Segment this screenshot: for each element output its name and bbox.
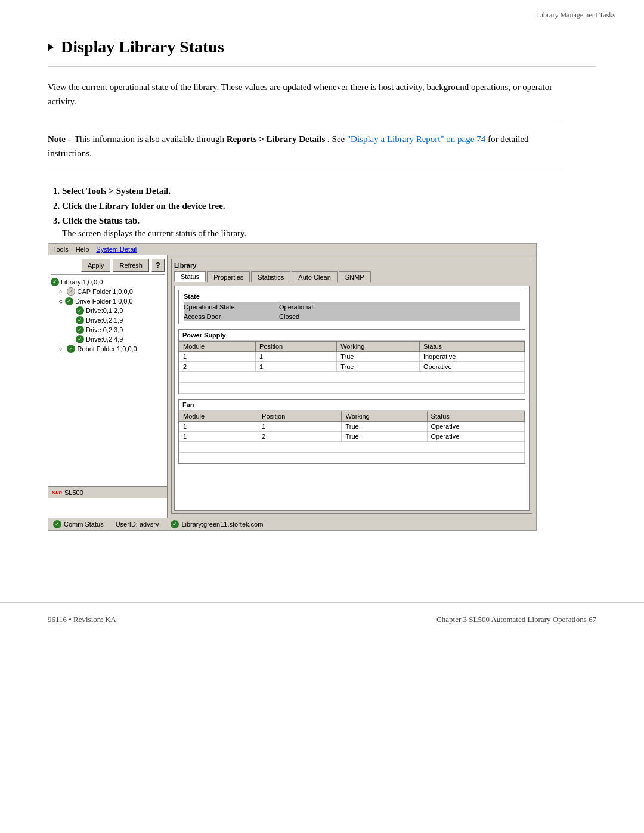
note-link[interactable]: "Display a Library Report" on page 74 [347, 134, 485, 144]
help-button[interactable]: ? [151, 259, 165, 272]
check-icon: ✓ [51, 278, 59, 286]
fan-status-1: Operative [427, 422, 524, 432]
library-status-label: Library:green11.stortek.com [181, 521, 263, 528]
fan-status-2: Operative [427, 432, 524, 442]
tab-statistics[interactable]: Statistics [251, 271, 290, 282]
comm-status-label: Comm Status [64, 521, 104, 528]
footer-left: 96116 • Revision: KA [48, 615, 116, 624]
ps-status-1: Inoperative [419, 352, 524, 362]
tree-label: Library:1,0,0,0 [61, 278, 103, 286]
table-row-empty [179, 442, 525, 453]
tree-item-drive-0239[interactable]: ✓ Drive:0,2,3,9 [51, 325, 165, 335]
statusbar: ✓ Comm Status UserID: advsrv ✓ Library:g… [48, 518, 536, 530]
expand-icon[interactable]: ○– [59, 289, 65, 295]
menu-tools[interactable]: Tools [53, 246, 69, 253]
power-supply-section: Power Supply Module Position Working Sta… [178, 329, 525, 394]
fan-position-1: 1 [258, 422, 342, 432]
ps-module-2: 2 [179, 362, 256, 372]
note-suffix: . See [327, 134, 347, 144]
check-icon: ✓ [76, 316, 84, 324]
ps-working-1: True [337, 352, 420, 362]
menu-help[interactable]: Help [76, 246, 89, 253]
col-module: Module [179, 342, 256, 352]
ps-position-1: 1 [256, 352, 337, 362]
detail-panel: Library Status Properties Statistics Aut… [168, 255, 536, 518]
fan-module-2: 1 [179, 432, 258, 442]
screenshot-body: Apply Refresh ? ✓ Library:1,0,0,0 ○– ✓ C… [48, 255, 536, 518]
triangle-icon [48, 43, 54, 51]
table-row: 1 1 True Inoperative [179, 352, 525, 362]
library-status-icon: ✓ [171, 520, 179, 528]
tree-label: Drive Folder:1,0,0,0 [75, 298, 133, 305]
table-row: 1 1 True Operative [179, 422, 525, 432]
tree-item-drive-folder[interactable]: ◇ ✓ Drive Folder:1,0,0,0 [51, 296, 165, 306]
tree-item-drive-0129[interactable]: ✓ Drive:0,1,2,9 [51, 306, 165, 315]
footer-right: Chapter 3 SL500 Automated Library Operat… [436, 615, 596, 624]
note-bold: Reports > Library Details [227, 134, 326, 144]
state-title: State [184, 293, 520, 300]
tree-label: Drive:0,1,2,9 [86, 307, 123, 314]
col-working: Working [337, 342, 420, 352]
fan-table: Module Position Working Status 1 [179, 411, 525, 463]
tree-item-cap[interactable]: ○– ✓ CAP Folder:1,0,0,0 [51, 287, 165, 296]
user-id-label: UserID: advsrv [116, 521, 159, 528]
tab-auto-clean[interactable]: Auto Clean [292, 271, 337, 282]
library-group: Library Status Properties Statistics Aut… [171, 259, 532, 514]
fan-section: Fan Module Position Working Status [178, 399, 525, 464]
menubar: Tools Help System Detail [48, 244, 536, 255]
sun-logo: Sun [52, 490, 62, 496]
check-icon: ✓ [76, 326, 84, 334]
fan-working-1: True [342, 422, 427, 432]
ps-position-2: 1 [256, 362, 337, 372]
table-row-empty [179, 383, 525, 394]
tree-label: CAP Folder:1,0,0,0 [77, 288, 132, 295]
fan-title: Fan [179, 400, 525, 411]
state-value-access: Closed [279, 313, 520, 320]
step-3-desc: The screen displays the current status o… [62, 228, 596, 239]
col-fan-module: Module [179, 411, 258, 422]
tree-item-drive-0219[interactable]: ✓ Drive:0,2,1,9 [51, 315, 165, 325]
page-footer: 96116 • Revision: KA Chapter 3 SL500 Aut… [0, 602, 644, 636]
apply-button[interactable]: Apply [81, 259, 111, 272]
screenshot: Tools Help System Detail Apply Refresh ?… [48, 243, 537, 531]
user-id-item: UserID: advsrv [116, 521, 159, 528]
refresh-button[interactable]: Refresh [113, 259, 149, 272]
col-fan-working: Working [342, 411, 427, 422]
step-3: Click the Status tab. The screen display… [62, 216, 596, 239]
col-status: Status [419, 342, 524, 352]
fan-module-1: 1 [179, 422, 258, 432]
tree-item-library[interactable]: ✓ Library:1,0,0,0 [51, 277, 165, 287]
tree-panel: Apply Refresh ? ✓ Library:1,0,0,0 ○– ✓ C… [48, 255, 168, 518]
expand-icon[interactable]: ○– [59, 346, 65, 352]
expand-icon[interactable]: ◇ [59, 298, 63, 304]
power-supply-title: Power Supply [179, 330, 525, 341]
comm-status-item: ✓ Comm Status [53, 520, 104, 528]
col-fan-position: Position [258, 411, 342, 422]
ps-module-1: 1 [179, 352, 256, 362]
tab-properties[interactable]: Properties [207, 271, 250, 282]
state-label-access: Access Door [184, 313, 279, 320]
note-box: Note – This information is also availabl… [48, 123, 561, 169]
tree-label: Drive:0,2,4,9 [86, 336, 123, 343]
table-row-empty [179, 372, 525, 383]
step-1: Select Tools > System Detail. [62, 186, 596, 196]
partial-icon: ✓ [67, 287, 75, 296]
tree-label: Drive:0,2,3,9 [86, 326, 123, 333]
library-group-label: Library [174, 262, 530, 269]
menu-system-detail[interactable]: System Detail [96, 246, 137, 253]
power-supply-table: Module Position Working Status 1 [179, 341, 525, 394]
tab-snmp[interactable]: SNMP [339, 271, 371, 282]
state-label-op: Operational State [184, 304, 279, 311]
ps-working-2: True [337, 362, 420, 372]
check-icon: ✓ [76, 335, 84, 343]
note-prefix: Note – [48, 134, 72, 144]
step-2: Click the Library folder on the device t… [62, 201, 596, 211]
tree-item-drive-0249[interactable]: ✓ Drive:0,2,4,9 [51, 335, 165, 344]
fan-working-2: True [342, 432, 427, 442]
tabs-row: Status Properties Statistics Auto Clean … [174, 271, 530, 282]
tab-status[interactable]: Status [174, 271, 206, 282]
check-icon: ✓ [67, 345, 75, 353]
tree-item-robot[interactable]: ○– ✓ Robot Folder:1,0,0,0 [51, 344, 165, 354]
table-row: 2 1 True Operative [179, 362, 525, 372]
tree-label: Robot Folder:1,0,0,0 [77, 345, 137, 352]
